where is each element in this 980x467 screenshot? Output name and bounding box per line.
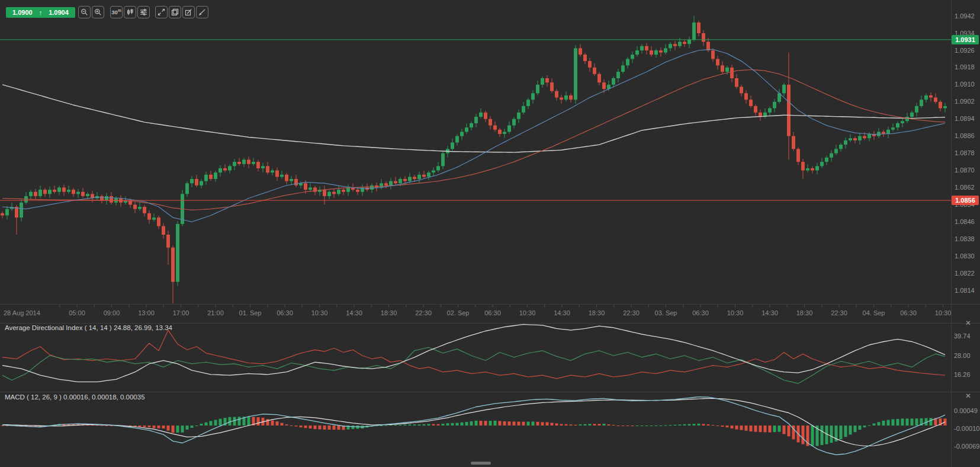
candle-body bbox=[200, 181, 203, 185]
macd-close-button[interactable]: ✕ bbox=[963, 391, 973, 401]
macd-histogram-bar bbox=[674, 425, 677, 426]
macd-histogram-bar bbox=[257, 417, 260, 426]
macd-histogram-bar bbox=[437, 424, 440, 426]
candle-body bbox=[166, 235, 170, 248]
macd-histogram-bar bbox=[380, 426, 383, 426]
candle-body bbox=[38, 190, 42, 196]
zoom-in-button[interactable] bbox=[92, 6, 104, 18]
candle-body bbox=[886, 130, 890, 134]
candle-body bbox=[754, 106, 757, 113]
time-tick-label: 10:30 bbox=[727, 309, 744, 316]
chart-canvas[interactable] bbox=[0, 0, 980, 467]
macd-histogram-bar bbox=[205, 423, 208, 426]
macd-histogram-bar bbox=[664, 425, 667, 426]
expand-button[interactable] bbox=[155, 6, 168, 18]
macd-histogram-bar bbox=[413, 424, 416, 426]
time-tick-label: 06:30 bbox=[692, 309, 709, 316]
candle-body bbox=[470, 123, 473, 127]
candle-body bbox=[422, 175, 426, 177]
timeframe-button[interactable]: 30m bbox=[110, 6, 123, 18]
candle-body bbox=[389, 181, 393, 185]
candle-body bbox=[635, 50, 639, 55]
candle-body bbox=[640, 46, 644, 50]
time-tick-label: 05:00 bbox=[69, 309, 85, 316]
macd-histogram-bar bbox=[442, 424, 445, 426]
candle-body bbox=[455, 136, 459, 143]
macd-histogram-bar bbox=[470, 421, 473, 426]
candle-body bbox=[304, 183, 307, 190]
candle-body bbox=[550, 82, 554, 91]
macd-histogram-bar bbox=[446, 423, 449, 426]
candle-body bbox=[143, 207, 146, 213]
candle-body bbox=[489, 119, 492, 126]
macd-histogram-bar bbox=[882, 421, 885, 426]
time-tick-label: 18:30 bbox=[589, 309, 605, 316]
candle-body bbox=[223, 168, 227, 171]
macd-histogram-bar bbox=[295, 426, 298, 427]
macd-histogram-bar bbox=[503, 421, 506, 426]
candle-body bbox=[631, 55, 634, 59]
candle-body bbox=[915, 106, 918, 113]
macd-histogram-bar bbox=[484, 421, 487, 426]
candle-body bbox=[901, 121, 904, 123]
candle-body bbox=[474, 117, 478, 123]
duplicate-button[interactable] bbox=[169, 6, 181, 18]
macd-histogram-bar bbox=[669, 425, 672, 426]
candle-body bbox=[815, 166, 819, 170]
macd-histogram-bar bbox=[641, 426, 644, 426]
candle-body bbox=[209, 175, 213, 179]
candle-body bbox=[891, 127, 895, 130]
draw-button[interactable] bbox=[196, 6, 208, 18]
macd-histogram-bar bbox=[191, 426, 194, 428]
candle-body bbox=[749, 100, 753, 106]
candle-body bbox=[782, 85, 786, 93]
adx-close-button[interactable]: ✕ bbox=[963, 318, 973, 328]
horizontal-scrollbar-thumb[interactable] bbox=[471, 462, 491, 465]
candle-body bbox=[285, 175, 288, 181]
price-tick-label: 1.0846 bbox=[955, 218, 975, 225]
macd-histogram-bar bbox=[598, 424, 601, 426]
spread-arrow-icon: ↑ bbox=[39, 9, 43, 16]
candle-body bbox=[403, 179, 407, 181]
edit-button[interactable] bbox=[182, 6, 195, 18]
candle-body bbox=[72, 190, 75, 194]
price-tick-label: 1.0910 bbox=[955, 81, 975, 88]
macd-histogram-bar bbox=[873, 423, 876, 426]
macd-histogram-bar bbox=[930, 418, 933, 426]
candle-body bbox=[721, 65, 724, 72]
candle-body bbox=[768, 108, 772, 113]
macd-histogram-bar bbox=[698, 424, 701, 426]
macd-histogram-bar bbox=[465, 422, 468, 426]
candle-body bbox=[427, 172, 430, 177]
candle-body bbox=[867, 134, 871, 138]
time-tick-label: 18:30 bbox=[796, 309, 813, 316]
indicators-button[interactable] bbox=[137, 6, 150, 18]
bid-ask-badge[interactable]: 1.0900 ↑ 1.0904 bbox=[6, 7, 75, 18]
zoom-out-button[interactable] bbox=[78, 6, 91, 18]
candle-body bbox=[110, 196, 113, 203]
macd-histogram-bar bbox=[508, 421, 511, 426]
macd-histogram-bar bbox=[461, 423, 464, 426]
candle-body bbox=[204, 175, 208, 181]
candle-body bbox=[844, 140, 847, 145]
chart-type-button[interactable] bbox=[124, 6, 136, 18]
candle-body bbox=[1, 213, 4, 216]
macd-histogram-bar bbox=[764, 426, 767, 432]
candle-body bbox=[740, 87, 743, 93]
macd-histogram-bar bbox=[432, 424, 435, 426]
macd-histogram-bar bbox=[593, 424, 596, 426]
candle-body bbox=[545, 78, 549, 82]
sliders-icon bbox=[140, 8, 147, 16]
macd-histogram-bar bbox=[778, 426, 781, 432]
time-tick-label: 10:30 bbox=[935, 309, 952, 316]
macd-histogram-bar bbox=[802, 426, 805, 444]
candle-body bbox=[834, 149, 838, 153]
candle-body bbox=[531, 93, 535, 100]
macd-histogram-bar bbox=[210, 421, 213, 426]
timeframe-label: 30m bbox=[111, 9, 121, 15]
copy-icon bbox=[171, 8, 179, 16]
macd-histogram-bar bbox=[551, 423, 554, 426]
candle-body bbox=[413, 177, 416, 179]
candle-body bbox=[507, 126, 511, 132]
candle-body bbox=[432, 171, 435, 173]
